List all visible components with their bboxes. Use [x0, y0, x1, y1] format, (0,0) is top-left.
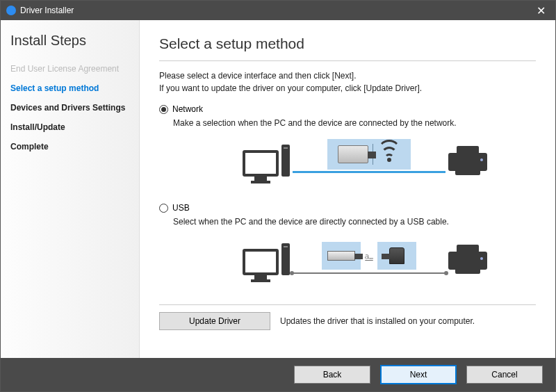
- sidebar-title: Install Steps: [10, 33, 129, 49]
- usb-b-plug-icon: [389, 247, 404, 264]
- step-eula: End User License Agreement: [10, 64, 129, 74]
- instruction-line1: Please select a device interface and the…: [159, 71, 356, 81]
- usb-a-plug-icon: [327, 251, 355, 261]
- pc-icon: [243, 243, 290, 275]
- option-usb-desc: Select when the PC and the device are di…: [173, 217, 536, 227]
- app-icon: [6, 6, 16, 15]
- next-button[interactable]: Next: [380, 365, 457, 384]
- option-network-head[interactable]: Network: [159, 104, 536, 114]
- step-complete: Complete: [10, 142, 129, 152]
- printer-icon: [448, 146, 487, 175]
- main-panel: Select a setup method Please select a de…: [140, 20, 555, 358]
- option-network[interactable]: Network Make a selection when the PC and…: [159, 104, 536, 197]
- instruction-text: Please select a device interface and the…: [159, 70, 536, 95]
- usb-diagram: ⎁: [194, 234, 536, 285]
- network-badge: [327, 139, 411, 170]
- installer-window: Driver Installer ✕ Install Steps End Use…: [0, 0, 556, 392]
- option-usb-head[interactable]: USB: [159, 203, 536, 213]
- network-diagram: [194, 135, 536, 186]
- step-setup-method: Select a setup method: [10, 83, 129, 93]
- usb-symbol-icon: ⎁: [365, 248, 373, 264]
- divider: [159, 60, 536, 61]
- option-network-label: Network: [172, 104, 203, 114]
- page-title: Select a setup method: [159, 35, 536, 52]
- pc-icon: [243, 145, 290, 177]
- cancel-button[interactable]: Cancel: [466, 366, 543, 384]
- sidebar: Install Steps End User License Agreement…: [1, 20, 140, 358]
- usb-badge: ⎁: [310, 240, 428, 271]
- network-cable-icon: [293, 171, 445, 173]
- titlebar[interactable]: Driver Installer ✕: [1, 1, 555, 20]
- body: Install Steps End User License Agreement…: [1, 20, 555, 358]
- close-icon[interactable]: ✕: [532, 4, 550, 17]
- usb-cable-icon: ⎁: [293, 272, 445, 274]
- radio-network[interactable]: [159, 105, 168, 114]
- wifi-icon: [377, 144, 401, 165]
- update-row: Update Driver Updates the driver that is…: [159, 312, 536, 330]
- printer-icon: [448, 245, 487, 274]
- window-title: Driver Installer: [20, 6, 532, 15]
- option-usb-label: USB: [172, 203, 190, 213]
- radio-usb[interactable]: [159, 204, 168, 213]
- option-network-desc: Make a selection when the PC and the dev…: [173, 118, 536, 128]
- footer: Back Next Cancel: [1, 358, 555, 391]
- step-install-update: Install/Update: [10, 122, 129, 132]
- update-driver-button[interactable]: Update Driver: [159, 312, 270, 330]
- back-button[interactable]: Back: [294, 366, 370, 384]
- divider: [159, 304, 536, 305]
- step-devices-drivers: Devices and Drivers Settings: [10, 103, 129, 113]
- ethernet-plug-icon: [338, 145, 368, 163]
- option-usb[interactable]: USB Select when the PC and the device ar…: [159, 203, 536, 296]
- instruction-line2: If you want to update the driver on your…: [159, 83, 422, 93]
- update-driver-desc: Updates the driver that is installed on …: [280, 316, 475, 326]
